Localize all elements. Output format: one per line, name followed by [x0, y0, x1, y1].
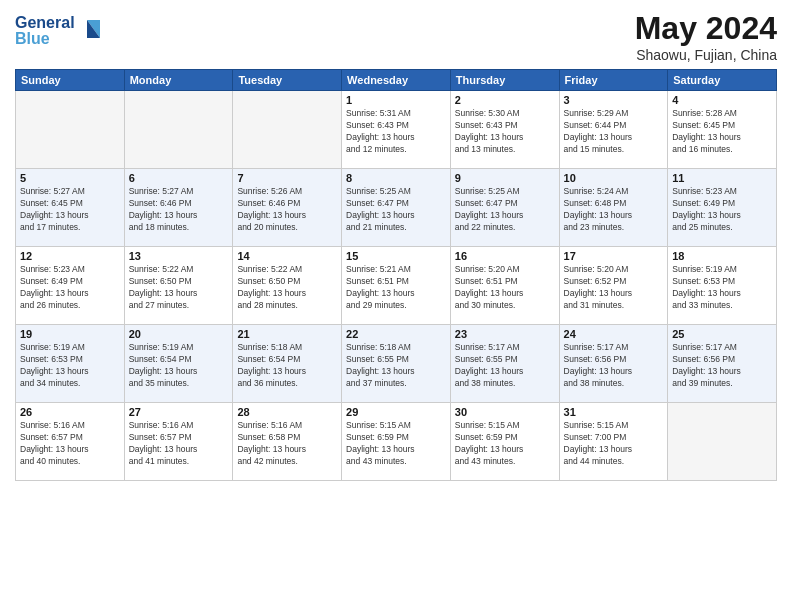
calendar-cell: 12Sunrise: 5:23 AMSunset: 6:49 PMDayligh…	[16, 247, 125, 325]
calendar: Sunday Monday Tuesday Wednesday Thursday…	[15, 69, 777, 481]
col-sunday: Sunday	[16, 70, 125, 91]
day-number: 6	[129, 172, 229, 184]
location: Shaowu, Fujian, China	[635, 47, 777, 63]
calendar-cell: 30Sunrise: 5:15 AMSunset: 6:59 PMDayligh…	[450, 403, 559, 481]
day-number: 12	[20, 250, 120, 262]
day-info: Sunrise: 5:20 AMSunset: 6:51 PMDaylight:…	[455, 264, 555, 312]
day-number: 2	[455, 94, 555, 106]
col-saturday: Saturday	[668, 70, 777, 91]
calendar-header-row: Sunday Monday Tuesday Wednesday Thursday…	[16, 70, 777, 91]
day-number: 21	[237, 328, 337, 340]
day-number: 31	[564, 406, 664, 418]
day-info: Sunrise: 5:16 AMSunset: 6:57 PMDaylight:…	[129, 420, 229, 468]
day-info: Sunrise: 5:27 AMSunset: 6:46 PMDaylight:…	[129, 186, 229, 234]
day-number: 19	[20, 328, 120, 340]
month-title: May 2024	[635, 10, 777, 47]
title-area: May 2024 Shaowu, Fujian, China	[635, 10, 777, 63]
day-number: 26	[20, 406, 120, 418]
day-info: Sunrise: 5:22 AMSunset: 6:50 PMDaylight:…	[129, 264, 229, 312]
day-info: Sunrise: 5:23 AMSunset: 6:49 PMDaylight:…	[672, 186, 772, 234]
calendar-cell: 14Sunrise: 5:22 AMSunset: 6:50 PMDayligh…	[233, 247, 342, 325]
day-info: Sunrise: 5:19 AMSunset: 6:54 PMDaylight:…	[129, 342, 229, 390]
calendar-cell: 13Sunrise: 5:22 AMSunset: 6:50 PMDayligh…	[124, 247, 233, 325]
day-number: 3	[564, 94, 664, 106]
day-number: 5	[20, 172, 120, 184]
day-number: 27	[129, 406, 229, 418]
calendar-cell: 16Sunrise: 5:20 AMSunset: 6:51 PMDayligh…	[450, 247, 559, 325]
day-info: Sunrise: 5:25 AMSunset: 6:47 PMDaylight:…	[455, 186, 555, 234]
day-number: 13	[129, 250, 229, 262]
day-info: Sunrise: 5:27 AMSunset: 6:45 PMDaylight:…	[20, 186, 120, 234]
day-info: Sunrise: 5:31 AMSunset: 6:43 PMDaylight:…	[346, 108, 446, 156]
calendar-cell	[16, 91, 125, 169]
day-number: 29	[346, 406, 446, 418]
svg-text:Blue: Blue	[15, 30, 50, 47]
day-number: 8	[346, 172, 446, 184]
logo: General Blue	[15, 10, 105, 54]
calendar-cell: 15Sunrise: 5:21 AMSunset: 6:51 PMDayligh…	[342, 247, 451, 325]
day-info: Sunrise: 5:30 AMSunset: 6:43 PMDaylight:…	[455, 108, 555, 156]
day-info: Sunrise: 5:17 AMSunset: 6:56 PMDaylight:…	[672, 342, 772, 390]
day-number: 18	[672, 250, 772, 262]
col-wednesday: Wednesday	[342, 70, 451, 91]
calendar-cell	[124, 91, 233, 169]
col-monday: Monday	[124, 70, 233, 91]
col-friday: Friday	[559, 70, 668, 91]
day-info: Sunrise: 5:19 AMSunset: 6:53 PMDaylight:…	[672, 264, 772, 312]
day-number: 7	[237, 172, 337, 184]
calendar-cell: 4Sunrise: 5:28 AMSunset: 6:45 PMDaylight…	[668, 91, 777, 169]
calendar-cell: 5Sunrise: 5:27 AMSunset: 6:45 PMDaylight…	[16, 169, 125, 247]
logo-text: General Blue	[15, 10, 105, 54]
calendar-cell: 21Sunrise: 5:18 AMSunset: 6:54 PMDayligh…	[233, 325, 342, 403]
calendar-cell: 28Sunrise: 5:16 AMSunset: 6:58 PMDayligh…	[233, 403, 342, 481]
day-info: Sunrise: 5:17 AMSunset: 6:56 PMDaylight:…	[564, 342, 664, 390]
day-info: Sunrise: 5:18 AMSunset: 6:54 PMDaylight:…	[237, 342, 337, 390]
page: General Blue May 2024 Shaowu, Fujian, Ch…	[0, 0, 792, 612]
calendar-cell: 29Sunrise: 5:15 AMSunset: 6:59 PMDayligh…	[342, 403, 451, 481]
day-number: 23	[455, 328, 555, 340]
day-info: Sunrise: 5:29 AMSunset: 6:44 PMDaylight:…	[564, 108, 664, 156]
calendar-cell: 31Sunrise: 5:15 AMSunset: 7:00 PMDayligh…	[559, 403, 668, 481]
day-number: 22	[346, 328, 446, 340]
day-info: Sunrise: 5:20 AMSunset: 6:52 PMDaylight:…	[564, 264, 664, 312]
day-number: 14	[237, 250, 337, 262]
calendar-cell: 3Sunrise: 5:29 AMSunset: 6:44 PMDaylight…	[559, 91, 668, 169]
day-info: Sunrise: 5:26 AMSunset: 6:46 PMDaylight:…	[237, 186, 337, 234]
col-thursday: Thursday	[450, 70, 559, 91]
calendar-row: 26Sunrise: 5:16 AMSunset: 6:57 PMDayligh…	[16, 403, 777, 481]
day-number: 9	[455, 172, 555, 184]
calendar-cell: 19Sunrise: 5:19 AMSunset: 6:53 PMDayligh…	[16, 325, 125, 403]
calendar-cell: 9Sunrise: 5:25 AMSunset: 6:47 PMDaylight…	[450, 169, 559, 247]
calendar-cell: 10Sunrise: 5:24 AMSunset: 6:48 PMDayligh…	[559, 169, 668, 247]
calendar-cell: 27Sunrise: 5:16 AMSunset: 6:57 PMDayligh…	[124, 403, 233, 481]
calendar-cell: 24Sunrise: 5:17 AMSunset: 6:56 PMDayligh…	[559, 325, 668, 403]
calendar-cell: 1Sunrise: 5:31 AMSunset: 6:43 PMDaylight…	[342, 91, 451, 169]
calendar-row: 5Sunrise: 5:27 AMSunset: 6:45 PMDaylight…	[16, 169, 777, 247]
calendar-cell	[233, 91, 342, 169]
day-info: Sunrise: 5:18 AMSunset: 6:55 PMDaylight:…	[346, 342, 446, 390]
calendar-cell: 17Sunrise: 5:20 AMSunset: 6:52 PMDayligh…	[559, 247, 668, 325]
svg-text:General: General	[15, 14, 75, 31]
calendar-cell: 11Sunrise: 5:23 AMSunset: 6:49 PMDayligh…	[668, 169, 777, 247]
day-info: Sunrise: 5:16 AMSunset: 6:58 PMDaylight:…	[237, 420, 337, 468]
day-number: 11	[672, 172, 772, 184]
day-number: 28	[237, 406, 337, 418]
calendar-cell: 18Sunrise: 5:19 AMSunset: 6:53 PMDayligh…	[668, 247, 777, 325]
day-number: 20	[129, 328, 229, 340]
day-info: Sunrise: 5:17 AMSunset: 6:55 PMDaylight:…	[455, 342, 555, 390]
calendar-cell: 8Sunrise: 5:25 AMSunset: 6:47 PMDaylight…	[342, 169, 451, 247]
calendar-row: 1Sunrise: 5:31 AMSunset: 6:43 PMDaylight…	[16, 91, 777, 169]
day-info: Sunrise: 5:15 AMSunset: 6:59 PMDaylight:…	[346, 420, 446, 468]
calendar-cell	[668, 403, 777, 481]
day-number: 15	[346, 250, 446, 262]
calendar-cell: 22Sunrise: 5:18 AMSunset: 6:55 PMDayligh…	[342, 325, 451, 403]
day-number: 30	[455, 406, 555, 418]
calendar-cell: 25Sunrise: 5:17 AMSunset: 6:56 PMDayligh…	[668, 325, 777, 403]
day-info: Sunrise: 5:15 AMSunset: 7:00 PMDaylight:…	[564, 420, 664, 468]
day-number: 1	[346, 94, 446, 106]
calendar-cell: 7Sunrise: 5:26 AMSunset: 6:46 PMDaylight…	[233, 169, 342, 247]
col-tuesday: Tuesday	[233, 70, 342, 91]
day-info: Sunrise: 5:24 AMSunset: 6:48 PMDaylight:…	[564, 186, 664, 234]
day-info: Sunrise: 5:21 AMSunset: 6:51 PMDaylight:…	[346, 264, 446, 312]
calendar-cell: 20Sunrise: 5:19 AMSunset: 6:54 PMDayligh…	[124, 325, 233, 403]
